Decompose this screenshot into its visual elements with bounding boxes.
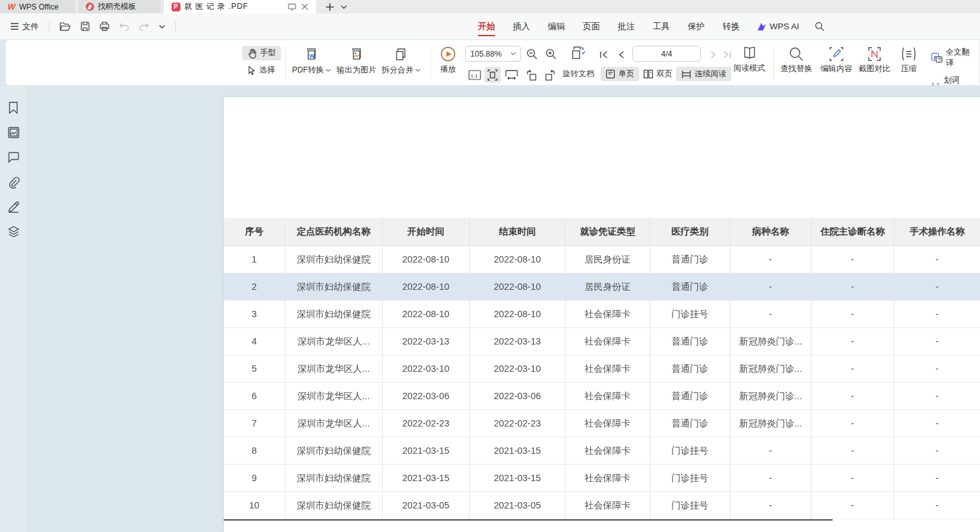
pdf-convert-icon: W <box>303 46 320 63</box>
redo-icon[interactable] <box>135 20 153 33</box>
close-tab-icon[interactable] <box>301 3 308 10</box>
screenshot-compare-button[interactable]: 截图对比 <box>856 46 893 74</box>
fit-page-button[interactable] <box>484 67 501 83</box>
menu-item[interactable]: 开始 <box>469 13 504 39</box>
zoom-level-select[interactable]: 105.88% <box>465 46 521 62</box>
save-icon[interactable] <box>77 19 93 34</box>
table-header-cell: 手术操作名称 <box>894 218 980 246</box>
table-cell: - <box>894 383 980 410</box>
menu-item[interactable]: 工具 <box>644 13 679 39</box>
table-cell: - <box>812 301 894 328</box>
export-image-label: 输出为图片 <box>337 65 377 76</box>
select-tool-button[interactable]: 选择 <box>242 63 281 78</box>
find-replace-label: 查找替换 <box>780 64 812 74</box>
layers-icon[interactable] <box>8 226 20 238</box>
rotate-left-button[interactable] <box>523 67 540 83</box>
screenshot-compare-icon <box>867 46 882 62</box>
hand-tool-button[interactable]: 手型 <box>242 46 281 60</box>
read-mode-button[interactable]: 阅读模式 <box>732 46 767 74</box>
table-cell: - <box>812 355 894 383</box>
table-row: 8深圳市妇幼保健院2021-03-152021-03-15社会保障卡门诊挂号--… <box>224 437 980 465</box>
rotate-right-button[interactable] <box>542 67 559 83</box>
table-cell: 居民身份证 <box>566 246 650 273</box>
menu-item[interactable]: 插入 <box>504 13 539 39</box>
table-cell: 深圳市妇幼保健院 <box>285 492 383 519</box>
actual-size-button[interactable]: 1:1 <box>466 67 483 83</box>
continuous-reading-button[interactable]: 连续阅读 <box>676 67 732 81</box>
svg-text:W: W <box>310 53 315 59</box>
full-text-translate-button[interactable]: A字 全文翻译 <box>926 45 979 71</box>
zoom-out-button[interactable] <box>524 46 540 62</box>
attachments-icon[interactable] <box>8 177 20 189</box>
table-cell: 普通门诊 <box>650 246 730 273</box>
signature-icon[interactable] <box>8 201 20 214</box>
table-cell: - <box>812 437 894 465</box>
open-file-icon[interactable] <box>56 20 74 34</box>
menu-search-icon[interactable] <box>807 22 832 31</box>
new-tab-button[interactable] <box>325 3 334 11</box>
undo-history-chevron-icon[interactable] <box>155 22 169 31</box>
pdf-convert-button[interactable]: W PDF转换 <box>290 46 333 76</box>
menu-item[interactable]: 编辑 <box>539 13 574 39</box>
menu-bar: 文件 开始插入编辑页面批注工具保护转换 WPS AI <box>0 13 980 39</box>
previous-page-button[interactable] <box>613 46 630 62</box>
print-icon[interactable] <box>96 19 113 34</box>
table-bottom-border <box>224 519 833 521</box>
fit-width-button[interactable] <box>503 67 520 83</box>
cursor-icon <box>247 65 256 75</box>
svg-text:1:1: 1:1 <box>471 72 479 78</box>
menu-item[interactable]: 页面 <box>574 13 609 39</box>
tab-pdf-document[interactable]: P 就 医 记 录 .PDF <box>164 0 316 13</box>
first-page-button[interactable] <box>595 46 612 62</box>
table-row: 1深圳市妇幼保健院2022-08-102022-08-10居民身份证普通门诊--… <box>224 246 980 273</box>
table-cell: 2021-03-05 <box>470 492 566 519</box>
thumbnails-icon[interactable] <box>8 126 20 139</box>
present-to-screen-icon[interactable] <box>288 3 296 11</box>
zoom-in-button[interactable] <box>543 46 559 62</box>
table-cell: 2021-03-15 <box>470 437 566 465</box>
table-cell: 普通门诊 <box>650 273 730 301</box>
compress-button[interactable]: 压缩 <box>894 46 923 74</box>
table-row: 3深圳市妇幼保健院2022-08-102022-08-10社会保障卡门诊挂号--… <box>224 301 980 328</box>
wps-ai-menu[interactable]: WPS AI <box>749 22 807 31</box>
undo-icon[interactable] <box>116 20 133 33</box>
pdf-convert-label: PDF转换 <box>292 65 324 76</box>
edit-content-button[interactable]: 编辑内容 <box>818 46 855 74</box>
find-replace-button[interactable]: 查找替换 <box>776 46 817 74</box>
bookmarks-icon[interactable] <box>8 102 20 114</box>
full-text-translate-label: 全文翻译 <box>946 47 974 69</box>
table-cell: 2022-03-13 <box>470 328 566 355</box>
single-page-icon <box>606 69 615 79</box>
table-cell: 社会保障卡 <box>566 383 650 410</box>
table-cell: 2022-08-10 <box>383 246 470 273</box>
play-button[interactable]: 播放 <box>435 46 461 75</box>
table-row: 7深圳市龙华区人...2022-02-232022-02-23社会保障卡普通门诊… <box>224 410 980 437</box>
tab-label: WPS Office <box>19 3 67 11</box>
table-cell: 8 <box>224 437 285 465</box>
menu-item[interactable]: 转换 <box>714 13 749 39</box>
table-cell: 社会保障卡 <box>566 465 650 492</box>
ribbon-toolbar: 手型 选择 W PDF转换 输出为图片 拆分合并 播放 105.88% <box>5 39 980 86</box>
rotate-document-button[interactable]: 旋转文档 <box>562 69 594 79</box>
table-cell: 3 <box>224 301 285 328</box>
table-cell: 2022-08-10 <box>470 301 566 328</box>
menu-item[interactable]: 保护 <box>679 13 714 39</box>
export-as-image-button[interactable]: 输出为图片 <box>334 46 379 76</box>
table-cell: - <box>894 410 980 437</box>
page-number-input[interactable] <box>632 46 701 62</box>
table-cell: 深圳市龙华区人... <box>285 383 383 410</box>
table-cell: 新冠肺炎门诊... <box>730 355 812 383</box>
table-header-cell: 定点医药机构名称 <box>285 218 383 246</box>
split-merge-button[interactable]: 拆分合并 <box>380 46 422 76</box>
tab-list-chevron-icon[interactable] <box>341 5 347 9</box>
comments-icon[interactable] <box>8 152 20 165</box>
menu-item[interactable]: 批注 <box>609 13 644 39</box>
replace-pages-button[interactable] <box>569 44 587 62</box>
rotate-document-label: 旋转文档 <box>562 69 594 78</box>
table-cell: 社会保障卡 <box>566 328 650 355</box>
tab-docer-templates[interactable]: 找稻壳模板 <box>78 0 161 13</box>
tab-wps-office[interactable]: W WPS Office <box>0 0 75 13</box>
file-menu-button[interactable]: 文件 <box>6 18 43 35</box>
table-cell: - <box>894 246 980 273</box>
single-page-button[interactable]: 单页 <box>601 67 639 81</box>
